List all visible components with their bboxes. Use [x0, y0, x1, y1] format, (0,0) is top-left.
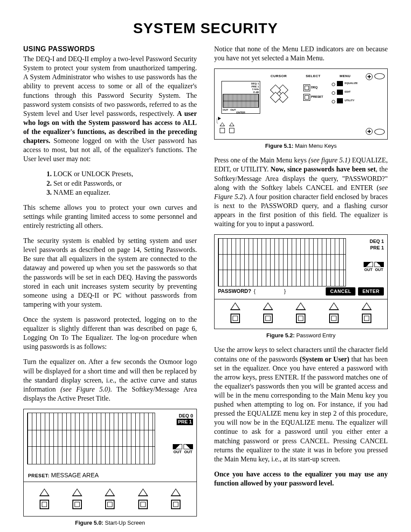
triangle-icon — [105, 488, 115, 496]
list-num: 1. — [47, 170, 52, 177]
text: that has been set in the equalizer. Once… — [214, 355, 388, 463]
menu-label: UTILITY — [345, 99, 355, 103]
softkey — [230, 302, 240, 323]
softkey — [171, 488, 181, 509]
para: Once the system is password protected, l… — [23, 315, 197, 351]
softkey-row — [24, 482, 196, 516]
square-icon — [229, 128, 234, 133]
square-icon — [220, 128, 225, 133]
menu-equalize: EQUALIZE — [337, 81, 358, 86]
list-text: LOCK or UNLOCK Presets, — [52, 170, 133, 177]
figure-caption: Figure 5.1: Main Menu Keys — [214, 142, 388, 149]
softkey — [105, 488, 115, 509]
menu-label: EQUALIZE — [345, 82, 358, 85]
out-text: OUT — [173, 450, 181, 454]
password-label: PASSWORD? — [218, 288, 251, 295]
square-icon — [296, 314, 305, 323]
figure-caption: Figure 5.0: Start-Up Screen — [23, 519, 197, 526]
handle-icon — [374, 129, 385, 135]
pre-label: PRE 1 — [177, 419, 193, 425]
cancel-pill: CANCEL — [326, 287, 355, 296]
text-bold: Now, since passwords have been set — [271, 165, 376, 173]
triangle-icon — [39, 488, 50, 496]
under-keys — [220, 122, 234, 133]
list-text: NAME an equalizer. — [52, 189, 110, 196]
text-bold: (System or User) — [300, 355, 349, 363]
para: Press one of the Main Menu keys (see fig… — [214, 156, 388, 228]
enter-pill: ENTER — [358, 287, 384, 296]
menu-label: MENU — [339, 74, 351, 79]
square-icon — [230, 314, 240, 323]
square-icon — [329, 314, 339, 323]
softkey — [138, 488, 148, 509]
square-icon — [72, 500, 82, 509]
figure-5-2: DEQ 1 PRE 1 OUT OUT PASSWORD? { } — [214, 234, 388, 329]
lcd-enter: ENTER — [223, 111, 259, 114]
deq-btn-label: DEQ — [311, 85, 318, 89]
caption-text: Password Entry — [295, 332, 336, 339]
text-italic: (see Figure 5.0) — [60, 386, 110, 393]
text-italic: (see figure 5.1) — [308, 156, 350, 164]
text: The DEQ-I and DEQ-II employ a two-level … — [23, 55, 197, 117]
out-text: OUT — [184, 450, 193, 454]
user-restrictions-list: 1. LOCK or UNLOCK Presets, 2. Set or edi… — [23, 169, 197, 196]
softkey-row — [215, 299, 387, 329]
figure-5-0: DEQ 0 PRE 1 OUT OUT PRESET: MESSAGE AREA — [23, 409, 197, 516]
list-num: 3. — [47, 189, 52, 196]
lcd-out: OUT — [230, 109, 236, 111]
para: Turn the equalizer on. After a few secon… — [23, 357, 197, 403]
out-icon: OUT — [364, 262, 373, 273]
square-icon — [105, 500, 115, 509]
brace-right: } — [284, 288, 286, 295]
preset-label: PRESET: — [28, 473, 50, 478]
triangle-icon — [220, 122, 225, 126]
page-title: SYSTEM SECURITY — [23, 20, 388, 37]
para: Notice that none of the Menu LED indicat… — [214, 44, 388, 62]
out-icon: OUT — [184, 444, 193, 455]
caption-text: Main Menu Keys — [293, 143, 336, 149]
list-item: 2. Set or edit Passwords, or — [47, 179, 197, 188]
text-bold: Once you have access to the equalizer yo… — [214, 470, 388, 487]
triangle-icon — [229, 122, 234, 126]
menu-utility: UTILITY — [337, 98, 355, 103]
lcd-out: OUT — [223, 109, 228, 111]
select-label: SELECT — [306, 74, 321, 79]
brace-left: { — [254, 288, 255, 295]
square-icon — [362, 314, 371, 323]
deq-label: DEQ 1 — [349, 238, 384, 244]
menu-edit: EDIT — [337, 90, 351, 95]
triangle-icon — [138, 488, 148, 496]
triangle-icon — [296, 302, 306, 310]
led-icon — [332, 91, 335, 95]
out-text: OUT — [364, 268, 372, 272]
square-icon — [138, 500, 148, 509]
arrow-icon — [218, 117, 221, 120]
deq-button — [303, 84, 310, 91]
left-column: USING PASSWORDS The DEQ-I and DEQ-II emp… — [23, 44, 197, 532]
softkey — [72, 488, 82, 509]
eq-graph — [27, 413, 155, 464]
caption-label: Figure 5.2: — [266, 332, 295, 339]
softkey — [329, 302, 339, 323]
out-icon: OUT — [173, 444, 182, 455]
pre-label: PRE 1 — [349, 245, 384, 251]
para-intro: The DEQ-I and DEQ-II employ a two-level … — [23, 54, 197, 163]
triangle-icon — [171, 488, 181, 496]
screw-icon — [366, 73, 373, 80]
bracket-icon: ⎱ — [215, 118, 218, 124]
list-item: 3. NAME an equalizer. — [47, 188, 197, 197]
handle-icon — [374, 73, 385, 79]
triangle-icon — [263, 302, 273, 310]
square-icon — [171, 500, 181, 509]
triangle-icon — [329, 302, 339, 310]
para: Use the arrow keys to select characters … — [214, 345, 388, 463]
square-icon — [40, 500, 49, 509]
caption-label: Figure 5.0: — [75, 520, 103, 526]
softkey — [296, 302, 306, 323]
text: Press one of the Main Menu keys — [214, 156, 308, 164]
lcd-khz: 1 kHz — [252, 88, 259, 90]
password-row: PASSWORD? { } CANCEL ENTER — [215, 286, 387, 299]
triangle-icon — [361, 302, 372, 310]
right-column: Notice that none of the Menu LED indicat… — [214, 44, 388, 532]
figure-5-1: CURSOR SELECT MENU DEQ 1 PRE 1 1 kHz 0 d… — [214, 68, 388, 140]
